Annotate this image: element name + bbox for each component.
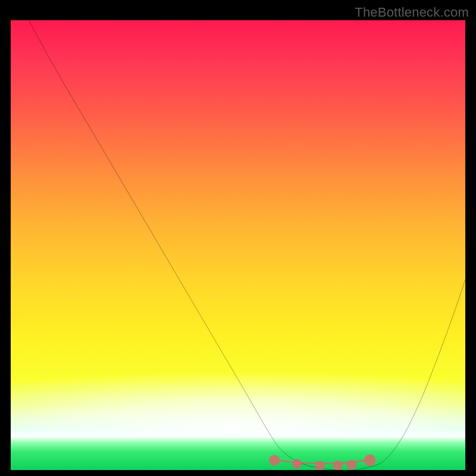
bottleneck-curve bbox=[29, 20, 465, 471]
marker-group bbox=[269, 455, 376, 471]
marker-flat-band-mid4 bbox=[347, 460, 357, 470]
marker-flat-band-right bbox=[364, 455, 376, 466]
stage: TheBottleneck.com bbox=[0, 0, 476, 476]
marker-flat-band-mid1 bbox=[292, 459, 302, 469]
marker-flat-band-mid2 bbox=[315, 461, 325, 471]
chart-svg bbox=[11, 20, 465, 471]
marker-flat-band-left bbox=[269, 455, 280, 465]
marker-flat-band-mid3 bbox=[333, 461, 343, 471]
plot-area bbox=[10, 19, 466, 471]
watermark-text: TheBottleneck.com bbox=[355, 5, 469, 20]
